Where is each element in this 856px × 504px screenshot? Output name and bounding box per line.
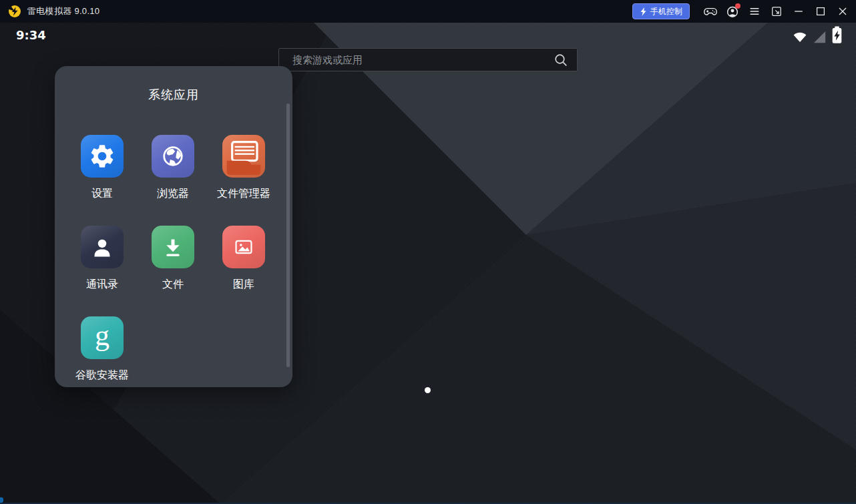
- app-label: 浏览器: [157, 187, 189, 201]
- phone-control-label: 手机控制: [650, 6, 682, 17]
- phone-control-button[interactable]: 手机控制: [632, 3, 690, 19]
- status-icons: [792, 25, 843, 45]
- folder-scrollbar[interactable]: [286, 103, 290, 367]
- window-title: 雷电模拟器 9.0.10: [27, 5, 99, 17]
- lightning-icon: [640, 7, 647, 16]
- app-label: 文件管理器: [217, 187, 270, 201]
- app-label: 图库: [233, 278, 254, 292]
- status-time: 9:34: [16, 28, 46, 42]
- search-input[interactable]: [291, 53, 553, 66]
- notification-dot: [735, 3, 740, 9]
- maximize-button[interactable]: [809, 2, 831, 21]
- app-tile-contacts[interactable]: 通讯录: [67, 226, 138, 292]
- android-screen: 9:34 系统应用: [0, 23, 856, 504]
- system-apps-folder: 系统应用 设置 浏览: [55, 66, 292, 387]
- settings-app-icon: [81, 135, 124, 178]
- menu-icon[interactable]: [743, 2, 765, 21]
- app-label: 设置: [91, 187, 113, 201]
- minimize-button[interactable]: [787, 2, 809, 21]
- app-tile-browser[interactable]: 浏览器: [138, 135, 208, 201]
- cell-signal-icon: [812, 29, 827, 45]
- folder-title: 系统应用: [55, 87, 292, 103]
- gamepad-icon[interactable]: [699, 2, 721, 21]
- search-bar: [278, 48, 578, 71]
- app-tile-settings[interactable]: 设置: [67, 135, 138, 201]
- bottom-left-accent: [0, 497, 3, 503]
- app-grid: 设置 浏览器: [67, 135, 280, 407]
- gallery-app-icon: [222, 226, 265, 268]
- files-app-icon: [152, 226, 194, 268]
- contacts-app-icon: [81, 226, 124, 268]
- app-label: 文件: [162, 278, 184, 292]
- battery-charging-icon: [831, 25, 843, 45]
- app-tile-file-manager[interactable]: 文件管理器: [208, 135, 279, 201]
- ldplayer-logo-icon: [8, 5, 21, 18]
- app-tile-files[interactable]: 文件: [138, 226, 208, 292]
- app-tile-google-installer[interactable]: g 谷歌安装器: [67, 316, 138, 383]
- page-indicator-dot: [425, 387, 431, 393]
- app-label: 通讯录: [86, 278, 118, 292]
- google-installer-app-icon: g: [81, 316, 124, 359]
- wifi-icon: [792, 29, 808, 45]
- app-tile-gallery[interactable]: 图库: [208, 226, 279, 292]
- close-button[interactable]: [831, 2, 853, 21]
- support-person-icon[interactable]: [721, 2, 743, 21]
- file-manager-app-icon: [222, 135, 265, 178]
- search-icon[interactable]: [553, 52, 569, 68]
- resize-icon[interactable]: [765, 2, 787, 21]
- letter-g-glyph: g: [95, 321, 110, 350]
- app-label: 谷歌安装器: [75, 368, 129, 383]
- browser-app-icon: [152, 135, 194, 178]
- window-titlebar: 雷电模拟器 9.0.10 手机控制: [0, 0, 856, 23]
